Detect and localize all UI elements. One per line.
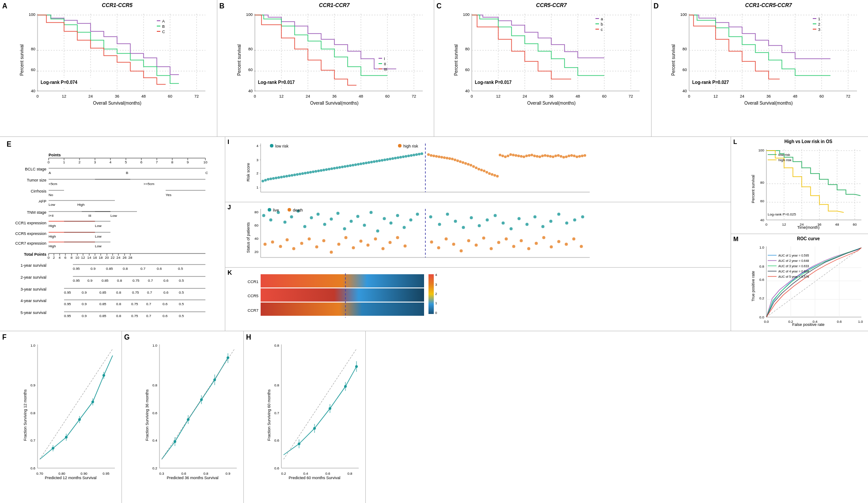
- svg-point-623: [213, 378, 216, 381]
- svg-text:0.95: 0.95: [64, 302, 71, 306]
- svg-point-306: [309, 171, 312, 174]
- svg-point-447: [279, 245, 282, 248]
- svg-text:A: A: [49, 171, 51, 175]
- svg-text:Log-rank P=0.027: Log-rank P=0.027: [692, 80, 729, 85]
- svg-point-383: [517, 155, 520, 157]
- svg-point-458: [360, 240, 363, 243]
- svg-text:80: 80: [760, 181, 764, 185]
- svg-text:12: 12: [713, 94, 717, 98]
- svg-line-562: [766, 248, 861, 317]
- svg-point-360: [456, 159, 459, 162]
- svg-point-401: [565, 155, 568, 158]
- svg-text:0.7: 0.7: [30, 439, 36, 442]
- svg-text:0.8: 0.8: [117, 279, 122, 283]
- svg-text:40: 40: [682, 89, 686, 93]
- svg-point-370: [483, 170, 485, 172]
- svg-point-434: [350, 220, 353, 223]
- svg-text:3: 3: [818, 27, 820, 32]
- svg-point-340: [399, 156, 402, 159]
- svg-point-304: [304, 172, 307, 174]
- svg-text:0.7: 0.7: [148, 279, 153, 283]
- svg-text:14: 14: [87, 256, 91, 260]
- svg-text:0.80: 0.80: [58, 472, 65, 476]
- svg-text:Log-rank P=0.017: Log-rank P=0.017: [475, 80, 512, 85]
- svg-text:0.7: 0.7: [274, 411, 280, 415]
- svg-text:CCR1: CCR1: [247, 280, 258, 284]
- svg-text:Log-rank P=0.074: Log-rank P=0.074: [41, 80, 78, 85]
- svg-point-320: [346, 165, 349, 167]
- svg-text:12: 12: [81, 256, 85, 260]
- svg-point-302: [299, 173, 301, 175]
- panel-h-chart: Fraction Surviving 60 months 0.6 0.6 0.7…: [266, 336, 363, 486]
- svg-point-327: [365, 162, 368, 164]
- svg-point-502: [557, 240, 561, 243]
- svg-rect-27: [157, 20, 160, 21]
- svg-rect-513: [261, 288, 424, 302]
- svg-point-395: [549, 155, 552, 158]
- svg-point-483: [573, 219, 576, 222]
- svg-text:Low: Low: [95, 224, 102, 228]
- svg-rect-92: [595, 18, 599, 19]
- svg-rect-64: [379, 63, 382, 64]
- svg-point-308: [315, 170, 317, 173]
- svg-text:0.6: 0.6: [163, 279, 169, 283]
- svg-text:b: b: [601, 22, 603, 26]
- svg-point-472: [486, 219, 489, 222]
- svg-text:0.8: 0.8: [274, 344, 280, 348]
- panel-g-chart: Fraction Surviving 36 months 0.2 0.4 0.6…: [144, 336, 241, 486]
- svg-text:low risk: low risk: [275, 144, 289, 148]
- svg-text:3: 3: [435, 283, 437, 287]
- svg-text:>=5cm: >=5cm: [144, 182, 155, 186]
- svg-text:0.2: 0.2: [281, 472, 286, 476]
- svg-point-598: [65, 436, 68, 439]
- panel-k-label: K: [227, 269, 232, 276]
- svg-point-323: [354, 163, 357, 166]
- svg-text:0.6: 0.6: [759, 278, 765, 282]
- svg-text:0: 0: [688, 94, 690, 98]
- svg-point-643: [298, 442, 300, 445]
- svg-point-436: [363, 224, 366, 227]
- svg-point-485: [430, 241, 433, 244]
- svg-text:20: 20: [105, 256, 109, 260]
- svg-point-294: [277, 176, 280, 179]
- svg-text:Fraction Surviving 60 months: Fraction Surviving 60 months: [267, 389, 271, 441]
- svg-text:0.75: 0.75: [133, 279, 140, 283]
- panel-i: I Risk score 4 3 2 1: [225, 137, 731, 202]
- svg-point-352: [435, 155, 438, 158]
- svg-point-481: [557, 213, 561, 216]
- svg-text:24: 24: [523, 94, 527, 98]
- svg-point-470: [470, 216, 473, 219]
- svg-text:0.75: 0.75: [132, 291, 139, 295]
- svg-text:0.6: 0.6: [30, 466, 36, 470]
- svg-text:0.9: 0.9: [87, 279, 93, 283]
- svg-point-384: [520, 155, 523, 158]
- panel-a-label: A: [2, 2, 8, 10]
- svg-point-645: [329, 407, 331, 410]
- panel-m-title: ROC curve: [751, 236, 866, 241]
- svg-text:0: 0: [470, 94, 473, 98]
- svg-point-376: [499, 154, 501, 156]
- svg-point-500: [542, 236, 546, 239]
- svg-point-316: [336, 166, 338, 169]
- svg-point-388: [531, 154, 533, 156]
- svg-point-473: [494, 214, 497, 217]
- svg-point-292: [272, 177, 275, 180]
- svg-text:0: 0: [48, 160, 50, 164]
- svg-point-333: [381, 159, 383, 162]
- svg-text:CCR7 expression: CCR7 expression: [15, 241, 46, 246]
- svg-text:0: 0: [48, 256, 50, 260]
- svg-point-480: [550, 220, 553, 223]
- svg-point-622: [200, 398, 203, 401]
- svg-text:100: 100: [680, 12, 686, 17]
- svg-text:72: 72: [411, 94, 416, 98]
- svg-point-337: [391, 157, 394, 160]
- svg-point-462: [389, 241, 392, 244]
- panel-m: M ROC curve True positive rate 0.0 0.2 0…: [731, 234, 868, 331]
- svg-text:2-year survival: 2-year survival: [20, 275, 46, 280]
- svg-text:B: B: [126, 171, 128, 175]
- svg-text:AUC of 4 year = 0.609: AUC of 4 year = 0.609: [778, 270, 809, 273]
- svg-text:Points: Points: [49, 153, 61, 157]
- svg-point-331: [375, 160, 378, 163]
- svg-text:4: 4: [110, 160, 112, 164]
- panel-h: H Fraction Surviving 60 months 0.6 0.6 0…: [244, 331, 366, 503]
